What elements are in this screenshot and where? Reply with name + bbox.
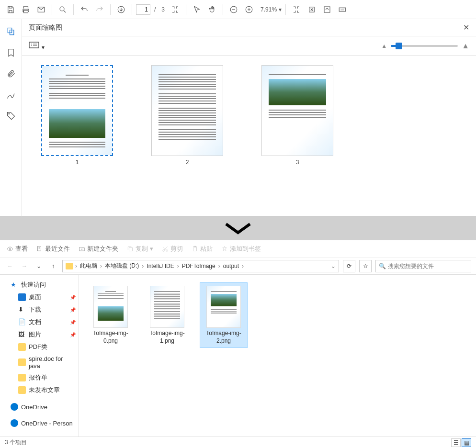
print-button[interactable] [19, 3, 33, 16]
sidebar-onedrive-personal[interactable]: OneDrive - Person [0, 417, 79, 429]
sidebar-pdf-folder[interactable]: PDF类 [0, 341, 79, 353]
search-input[interactable] [388, 263, 468, 269]
thumb-page-1[interactable]: 1 [41, 65, 113, 207]
item-count: 3 个项目 [5, 438, 27, 447]
paste-button[interactable]: 粘贴 [192, 245, 213, 253]
pdf-sidebar [0, 19, 22, 216]
sidebar-spire-folder[interactable]: spire.doc for java [0, 353, 79, 371]
crumb[interactable]: 此电脑 [79, 262, 98, 270]
zoom-small-icon: ▲ [381, 43, 387, 49]
page-total: 3 [161, 6, 165, 13]
sidebar-pictures[interactable]: 🖼图片📌 [0, 328, 79, 341]
search-button[interactable] [56, 3, 69, 16]
page-layout-button[interactable] [290, 3, 303, 16]
breadcrumb[interactable]: › 此电脑› 本地磁盘 (D:)› IntelliJ IDE› PDFToIma… [62, 260, 339, 272]
svg-point-0 [60, 7, 64, 11]
rotate-button[interactable] [305, 3, 318, 16]
thumb-page-3[interactable]: 3 [261, 65, 333, 207]
forward-button[interactable]: → [19, 261, 30, 271]
crumb[interactable]: PDFToImage [181, 263, 216, 269]
attachments-tab[interactable] [4, 67, 18, 80]
recent-button[interactable]: 最近文件 [36, 245, 70, 253]
file-item[interactable]: ToImage-img-0.png [87, 282, 135, 348]
redo-button[interactable] [93, 3, 106, 16]
fullscreen-button[interactable] [320, 3, 334, 16]
search-box[interactable]: 🔍 [375, 260, 471, 272]
thumb-num: 3 [296, 159, 299, 166]
svg-rect-5 [324, 7, 330, 12]
file-name: ToImage-img-2.png [203, 330, 244, 345]
save-button[interactable] [4, 3, 17, 16]
details-view-button[interactable]: ☰ [451, 438, 461, 447]
tags-tab[interactable] [4, 109, 18, 123]
svg-rect-12 [37, 246, 41, 250]
copy-button[interactable]: 复制 ▾ [127, 245, 153, 253]
explorer-sidebar: ★快速访问 桌面📌 ⬇下载📌 📄文档📌 🖼图片📌 PDF类 spire.doc … [0, 275, 79, 437]
thumbnails-tab[interactable] [4, 25, 18, 38]
fit-width-button[interactable] [169, 3, 182, 16]
zoom-select[interactable]: 7.91%▾ [261, 6, 282, 13]
crumb[interactable]: IntelliJ IDE [146, 263, 175, 269]
crumb[interactable]: 本地磁盘 (D:) [104, 262, 140, 270]
bookmark-button[interactable]: 添加到书签 [221, 245, 261, 253]
back-button[interactable]: ← [5, 261, 15, 271]
refresh-button[interactable]: ⟳ [343, 260, 355, 272]
up-button[interactable]: ↑ [48, 261, 58, 271]
download-button[interactable] [114, 3, 128, 16]
divider [0, 216, 476, 240]
hand-tool[interactable] [205, 3, 219, 16]
sidebar-this-pc[interactable]: 💻此电脑 [0, 434, 79, 437]
crumb[interactable]: output [222, 263, 240, 269]
thumb-num: 2 [186, 159, 189, 166]
pdf-viewer: / 3 7.91%▾ 页面缩略图 ✕ ▾ [0, 0, 476, 216]
sidebar-downloads[interactable]: ⬇下载📌 [0, 303, 79, 316]
zoom-in-button[interactable] [242, 3, 256, 16]
icons-view-button[interactable]: ▦ [462, 438, 471, 447]
thumb-num: 1 [76, 159, 79, 166]
sidebar-onedrive[interactable]: OneDrive [0, 401, 79, 413]
view-button[interactable]: 查看 [7, 245, 28, 253]
file-name: ToImage-img-1.png [147, 330, 188, 345]
thumb-size-slider[interactable] [391, 45, 458, 47]
sidebar-documents[interactable]: 📄文档📌 [0, 316, 79, 328]
view-options-button[interactable]: ▾ [29, 41, 45, 51]
favorite-button[interactable]: ☆ [359, 260, 372, 272]
bookmarks-tab[interactable] [4, 46, 18, 59]
pdf-toolbar: / 3 7.91%▾ [0, 0, 476, 19]
search-icon: 🔍 [379, 263, 386, 269]
svg-rect-10 [29, 42, 39, 48]
svg-rect-13 [129, 247, 133, 251]
svg-point-9 [9, 113, 10, 114]
page-input[interactable] [136, 4, 150, 15]
sidebar-quick-access[interactable]: ★快速访问 [0, 279, 79, 291]
email-button[interactable] [34, 3, 48, 16]
history-button[interactable]: ⌄ [34, 261, 44, 271]
cut-button[interactable]: 剪切 [162, 245, 183, 253]
svg-rect-6 [339, 8, 346, 11]
signature-tab[interactable] [4, 88, 18, 101]
select-tool[interactable] [190, 3, 204, 16]
thumb-page-2[interactable]: 2 [151, 65, 223, 207]
folder-icon [66, 263, 73, 269]
sidebar-quote-folder[interactable]: 报价单 [0, 371, 79, 384]
thumb-panel-title: 页面缩略图 [29, 23, 62, 32]
file-explorer: 查看 最近文件 新建文件夹 复制 ▾ 剪切 粘贴 添加到书签 ← → ⌄ ↑ ›… [0, 240, 476, 448]
sidebar-unpub-folder[interactable]: 未发布文章 [0, 384, 79, 396]
zoom-large-icon: ▲ [462, 42, 469, 50]
keyboard-button[interactable] [336, 3, 349, 16]
status-bar: 3 个项目 ☰ ▦ [0, 437, 476, 448]
thumbnail-panel: 页面缩略图 ✕ ▾ ▲ ▲ 1 2 [22, 19, 476, 216]
file-item[interactable]: ToImage-img-2.png [200, 282, 248, 348]
sidebar-desktop[interactable]: 桌面📌 [0, 291, 79, 303]
chevron-down-icon [221, 220, 255, 236]
undo-button[interactable] [78, 3, 91, 16]
file-name: ToImage-img-0.png [90, 330, 131, 345]
close-button[interactable]: ✕ [463, 23, 469, 32]
file-list: ToImage-img-0.png ToImage-img-1.png ToIm… [79, 275, 476, 437]
file-item[interactable]: ToImage-img-1.png [143, 282, 191, 348]
new-folder-button[interactable]: 新建文件夹 [79, 245, 118, 253]
explorer-nav: ← → ⌄ ↑ › 此电脑› 本地磁盘 (D:)› IntelliJ IDE› … [0, 258, 476, 275]
explorer-toolbar: 查看 最近文件 新建文件夹 复制 ▾ 剪切 粘贴 添加到书签 [0, 240, 476, 258]
svg-point-11 [9, 248, 11, 250]
zoom-out-button[interactable] [227, 3, 240, 16]
